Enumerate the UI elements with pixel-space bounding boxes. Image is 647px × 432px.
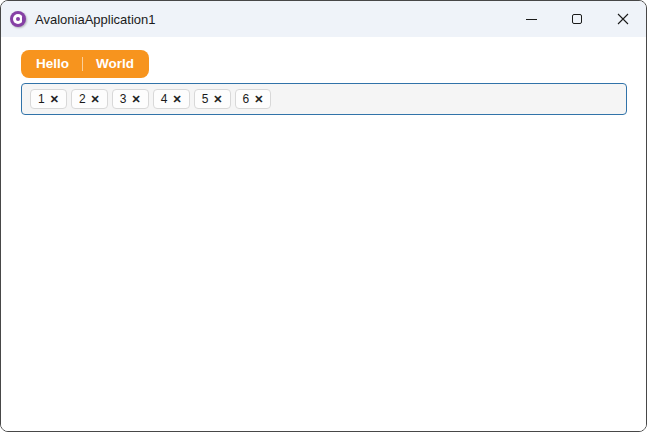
minimize-icon xyxy=(526,19,537,20)
avalonia-logo-icon xyxy=(10,11,26,27)
chip: 4 ✕ xyxy=(153,89,190,109)
chip-label: 6 xyxy=(243,92,250,106)
chip: 3 ✕ xyxy=(112,89,149,109)
chip-remove-icon[interactable]: ✕ xyxy=(172,94,181,105)
chip-label: 1 xyxy=(38,92,45,106)
tab-strip: Hello World xyxy=(21,50,149,78)
chip-remove-icon[interactable]: ✕ xyxy=(213,94,222,105)
chip-label: 5 xyxy=(202,92,209,106)
chip-remove-icon[interactable]: ✕ xyxy=(91,94,100,105)
chip: 2 ✕ xyxy=(71,89,108,109)
chip-label: 2 xyxy=(79,92,86,106)
maximize-button[interactable] xyxy=(554,1,600,37)
window-title: AvaloniaApplication1 xyxy=(35,12,155,27)
close-button[interactable] xyxy=(600,1,646,37)
tab-world[interactable]: World xyxy=(83,50,147,78)
close-icon xyxy=(617,13,629,25)
minimize-button[interactable] xyxy=(508,1,554,37)
chip: 5 ✕ xyxy=(194,89,231,109)
maximize-icon xyxy=(572,14,582,24)
chip-remove-icon[interactable]: ✕ xyxy=(132,94,141,105)
chip-label: 3 xyxy=(120,92,127,106)
chip: 1 ✕ xyxy=(30,89,67,109)
app-window: AvaloniaApplication1 Hello World 1 xyxy=(0,0,647,432)
chip-remove-icon[interactable]: ✕ xyxy=(254,94,263,105)
chip-label: 4 xyxy=(161,92,168,106)
chip: 6 ✕ xyxy=(235,89,272,109)
titlebar[interactable]: AvaloniaApplication1 xyxy=(1,1,646,37)
window-content: Hello World 1 ✕ 2 ✕ 3 ✕ 4 ✕ 5 ✕ xyxy=(1,37,646,431)
chips-container[interactable]: 1 ✕ 2 ✕ 3 ✕ 4 ✕ 5 ✕ 6 ✕ xyxy=(21,83,627,115)
chip-remove-icon[interactable]: ✕ xyxy=(50,94,59,105)
caption-buttons xyxy=(508,1,646,37)
tab-hello[interactable]: Hello xyxy=(23,50,82,78)
